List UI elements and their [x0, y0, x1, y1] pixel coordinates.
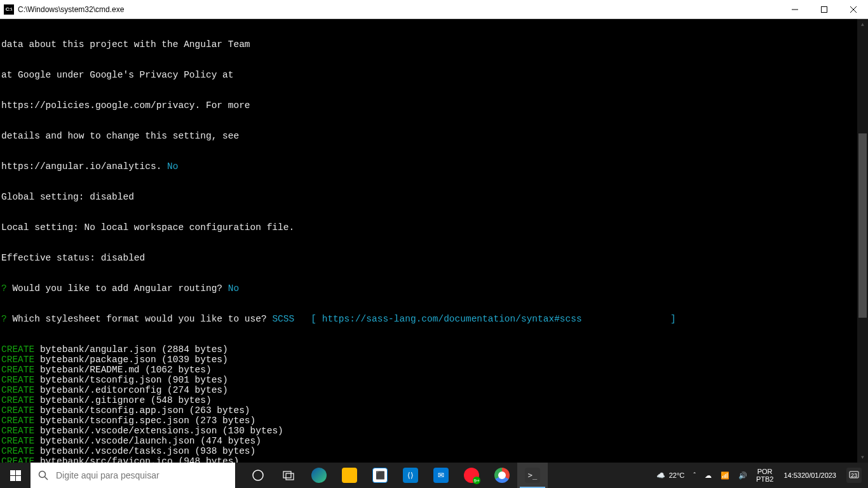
store-app[interactable]: ⬛ — [365, 463, 395, 488]
network-tray[interactable]: 📶 — [717, 463, 733, 488]
opera-icon: 9+ — [464, 468, 479, 483]
output-line: https://policies.google.com/privacy. For… — [1, 100, 676, 111]
task-view-icon — [281, 468, 296, 483]
create-line: CREATE bytebank/tsconfig.json (901 bytes… — [1, 375, 676, 385]
svg-rect-8 — [286, 473, 294, 480]
lang-code-1: POR — [757, 468, 773, 475]
lang-code-2: PTB2 — [756, 475, 774, 483]
cortana-button[interactable] — [243, 463, 273, 488]
vscode-icon: ⟨⟩ — [403, 468, 418, 483]
search-placeholder: Digite aqui para pesquisar — [56, 470, 159, 480]
create-line: CREATE bytebank/src/favicon.ico (948 byt… — [1, 456, 676, 463]
cmd-icon: C:\ — [4, 4, 14, 15]
cloud-icon: ☁ — [705, 471, 712, 480]
create-line: CREATE bytebank/.vscode/tasks.json (938 … — [1, 446, 676, 456]
create-line: CREATE bytebank/package.json (1039 bytes… — [1, 355, 676, 365]
output-line: at Google under Google's Privacy Policy … — [1, 70, 676, 80]
taskbar-apps: ⬛ ⟨⟩ ✉ 9+ >_ — [243, 463, 548, 488]
terminal-icon: >_ — [525, 468, 540, 483]
terminal-output: data about this project with the Angular… — [1, 19, 676, 463]
close-button[interactable] — [839, 0, 868, 19]
output-line: data about this project with the Angular… — [1, 39, 676, 50]
folder-icon — [342, 468, 357, 483]
window-controls — [780, 0, 868, 19]
svg-rect-1 — [822, 6, 827, 12]
weather-temp: 22°C — [669, 471, 685, 479]
create-line: CREATE bytebank/.vscode/extensions.json … — [1, 426, 676, 436]
create-line: CREATE bytebank/tsconfig.spec.json (273 … — [1, 416, 676, 426]
explorer-app[interactable] — [334, 463, 365, 488]
opera-app[interactable]: 9+ — [456, 463, 487, 488]
notification-icon: 23 — [846, 468, 862, 483]
edge-icon — [311, 468, 327, 483]
output-line: Local setting: No local workspace config… — [1, 222, 676, 233]
taskbar-search[interactable]: Digite aqui para pesquisar — [31, 463, 235, 488]
tray-overflow[interactable]: ˆ — [689, 463, 700, 488]
output-line: Effective status: disabled — [1, 253, 676, 263]
start-button[interactable] — [0, 463, 31, 488]
svg-point-4 — [39, 471, 46, 478]
mail-icon: ✉ — [433, 468, 449, 483]
wifi-icon: 📶 — [721, 471, 729, 480]
svg-line-5 — [45, 477, 48, 480]
window-titlebar: C:\ C:\Windows\system32\cmd.exe — [0, 0, 868, 19]
search-icon — [38, 470, 48, 480]
speaker-icon: 🔊 — [738, 471, 747, 480]
create-line: CREATE bytebank/angular.json (2884 bytes… — [1, 344, 676, 355]
chrome-icon — [494, 468, 510, 483]
output-line: details and how to change this setting, … — [1, 131, 676, 141]
window-title: C:\Windows\system32\cmd.exe — [18, 5, 124, 14]
prompt-routing-question: ? Would you like to add Angular routing?… — [1, 283, 676, 294]
create-line: CREATE bytebank/.editorconfig (274 bytes… — [1, 385, 676, 395]
scroll-up-button[interactable]: ▲ — [857, 19, 868, 30]
task-view-button[interactable] — [273, 463, 304, 488]
output-line: Global setting: disabled — [1, 192, 676, 202]
vscode-app[interactable]: ⟨⟩ — [395, 463, 426, 488]
create-line: CREATE bytebank/.gitignore (548 bytes) — [1, 395, 676, 405]
scroll-down-button[interactable]: ▼ — [857, 452, 868, 463]
prompt-stylesheet-question: ? Which stylesheet format would you like… — [1, 314, 676, 324]
weather-icon: ☁️ — [656, 471, 665, 480]
scrollbar[interactable]: ▲ ▼ — [857, 19, 868, 463]
chevron-up-icon: ˆ — [693, 471, 696, 479]
create-line: CREATE bytebank/.vscode/launch.json (474… — [1, 436, 676, 446]
svg-point-6 — [253, 470, 263, 480]
notification-count: 23 — [851, 472, 857, 478]
scrollbar-thumb[interactable] — [858, 133, 867, 318]
language-indicator[interactable]: POR PTB2 — [752, 463, 778, 488]
create-line: CREATE bytebank/tsconfig.app.json (263 b… — [1, 405, 676, 416]
system-tray: ☁️ 22°C ˆ ☁ 📶 🔊 POR PTB2 14:53 20/01/202… — [653, 463, 868, 488]
svg-rect-7 — [283, 471, 291, 478]
volume-tray[interactable]: 🔊 — [735, 463, 751, 488]
titlebar-left: C:\ C:\Windows\system32\cmd.exe — [0, 4, 124, 15]
cmd-app[interactable]: >_ — [517, 463, 548, 488]
output-line: https://angular.io/analytics. No — [1, 161, 676, 172]
store-icon: ⬛ — [372, 468, 388, 483]
edge-app[interactable] — [304, 463, 334, 488]
mail-app[interactable]: ✉ — [426, 463, 456, 488]
create-line: CREATE bytebank/README.md (1062 bytes) — [1, 365, 676, 375]
time-text: 14:53 — [783, 471, 801, 480]
circle-icon — [250, 468, 266, 483]
taskbar: Digite aqui para pesquisar ⬛ ⟨⟩ ✉ 9+ >_ … — [0, 463, 868, 488]
windows-logo-icon — [10, 470, 21, 481]
weather-widget[interactable]: ☁️ 22°C — [653, 463, 689, 488]
onedrive-tray[interactable]: ☁ — [701, 463, 715, 488]
terminal-area[interactable]: data about this project with the Angular… — [0, 19, 868, 463]
notifications-button[interactable]: 23 — [843, 463, 865, 488]
minimize-button[interactable] — [780, 0, 810, 19]
clock[interactable]: 14:53 20/01/2023 — [778, 463, 841, 488]
date-text: 20/01/2023 — [801, 471, 836, 480]
maximize-button[interactable] — [810, 0, 839, 19]
chrome-app[interactable] — [487, 463, 517, 488]
